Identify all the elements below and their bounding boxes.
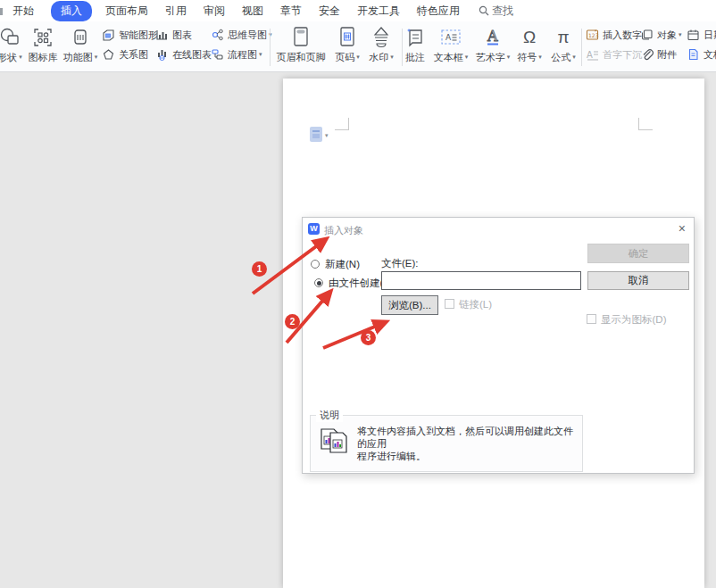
radio-create-new[interactable] xyxy=(311,260,320,269)
annotation-step-2: 2 xyxy=(285,314,300,329)
insert-number-button[interactable]: 123 插入数字 xyxy=(586,25,642,45)
chevron-down-icon: ▾ xyxy=(465,54,469,60)
date-label: 日期 xyxy=(704,29,716,42)
drop-cap-button[interactable]: A 首字下沉 xyxy=(586,45,642,64)
online-chart-label: 在线图表 xyxy=(172,48,212,62)
object-button[interactable]: 对象▾ xyxy=(640,25,682,45)
tab-special-apps[interactable]: 特色应用 xyxy=(417,4,460,19)
description-group-title: 说明 xyxy=(316,409,343,422)
close-icon[interactable]: × xyxy=(679,222,686,235)
relation-diagram-label: 关系图 xyxy=(119,48,148,62)
find-button[interactable]: 查找 xyxy=(479,4,513,19)
pi-icon: π xyxy=(557,29,569,46)
drop-cap-label: 首字下沉 xyxy=(603,48,642,62)
ribbon-toolbar: 形状▾ 图标库 功能图▾ 智能图形 关系图 图表 xyxy=(0,21,716,72)
link-checkbox[interactable] xyxy=(445,299,454,309)
tab-view[interactable]: 视图 xyxy=(242,4,263,19)
ok-button[interactable]: 确定 xyxy=(587,244,689,263)
drop-cap-icon: A xyxy=(586,48,599,61)
watermark-button[interactable]: 水印▾ xyxy=(362,24,400,69)
chevron-down-icon: ▾ xyxy=(538,54,542,60)
symbol-button[interactable]: Ω 符号▾ xyxy=(512,24,546,69)
display-as-icon-checkbox[interactable] xyxy=(587,314,596,324)
radio-create-new-label[interactable]: 新建(N) xyxy=(325,258,360,271)
tab-references[interactable]: 引用 xyxy=(165,4,187,19)
ribbon-separator xyxy=(581,29,582,66)
tab-section[interactable]: 章节 xyxy=(280,4,302,19)
chevron-down-icon: ▾ xyxy=(19,54,22,60)
word-art-button[interactable]: A 艺术字▾ xyxy=(473,24,512,69)
function-diagram-icon xyxy=(70,27,91,48)
formula-label: 公式 xyxy=(551,52,570,62)
shapes-icon xyxy=(0,27,21,48)
browse-button[interactable]: 浏览(B)... xyxy=(381,295,438,315)
icon-library-label: 图标库 xyxy=(29,52,58,62)
header-footer-button[interactable]: 页眉和页脚 xyxy=(273,24,329,69)
doc-part-button[interactable]: 文档 xyxy=(687,45,716,64)
flowchart-button[interactable]: 流程图▾ xyxy=(211,45,272,64)
omega-icon: Ω xyxy=(523,29,536,46)
paperclip-icon xyxy=(640,48,654,61)
object-icon xyxy=(640,29,654,41)
date-button[interactable]: 日期 xyxy=(687,25,716,45)
attachment-label: 附件 xyxy=(657,48,677,62)
annotation-step-1: 1 xyxy=(252,261,267,277)
svg-text:A: A xyxy=(487,28,498,45)
page-number-button[interactable]: 页码▾ xyxy=(329,24,366,69)
chart-button[interactable]: 图表 xyxy=(155,25,212,45)
margin-corner-mark xyxy=(638,118,653,130)
file-field-label: 文件(E): xyxy=(381,257,419,270)
tab-home[interactable]: 开始 xyxy=(12,4,34,19)
header-footer-icon xyxy=(290,26,312,49)
icon-library-icon xyxy=(32,27,54,48)
online-chart-button[interactable]: 在线图表 xyxy=(155,45,212,64)
dialog-title-bar[interactable]: W 插入对象 × xyxy=(303,218,694,241)
tab-security[interactable]: 安全 xyxy=(319,4,340,19)
chart-label: 图表 xyxy=(172,29,192,42)
chevron-down-icon: ▾ xyxy=(679,31,682,38)
radio-create-from-file[interactable] xyxy=(314,278,323,287)
object-label: 对象 xyxy=(657,29,677,42)
chevron-down-icon: ▾ xyxy=(95,54,98,60)
page-number-label: 页码 xyxy=(335,52,354,62)
description-group-box: 说明 将文件内容插入到文档，然后可以调用创建此文件的应用 程序进行编辑。 xyxy=(310,415,583,472)
comment-icon xyxy=(404,27,426,48)
tab-developer[interactable]: 开发工具 xyxy=(357,4,400,19)
mind-map-label: 思维导图 xyxy=(228,29,267,42)
chevron-down-icon: ▾ xyxy=(259,51,262,58)
file-path-input[interactable] xyxy=(381,271,581,290)
svg-text:A: A xyxy=(587,50,593,60)
function-diagram-button[interactable]: 功能图▾ xyxy=(61,24,100,69)
relation-diagram-button[interactable]: 关系图 xyxy=(102,45,158,64)
text-box-button[interactable]: A 文本框▾ xyxy=(430,24,471,69)
insert-number-icon: 123 xyxy=(586,29,599,41)
online-chart-icon xyxy=(155,48,169,61)
dialog-title: 插入对象 xyxy=(324,224,363,237)
link-checkbox-label[interactable]: 链接(L) xyxy=(459,298,492,311)
wps-writer-logo: W xyxy=(308,223,320,235)
chevron-down-icon[interactable]: ▾ xyxy=(325,132,329,139)
tab-insert[interactable]: 插入 xyxy=(51,1,92,21)
shapes-label: 形状 xyxy=(0,52,17,62)
doc-part-label: 文档 xyxy=(704,48,716,62)
embedded-object-placeholder-icon[interactable] xyxy=(310,127,322,142)
smart-art-icon xyxy=(102,29,115,41)
formula-button[interactable]: π 公式▾ xyxy=(546,24,580,69)
flowchart-label: 流程图 xyxy=(228,48,257,62)
tab-review[interactable]: 审阅 xyxy=(204,4,225,19)
mind-map-button[interactable]: 思维导图▾ xyxy=(211,25,272,45)
relation-diagram-icon xyxy=(102,48,115,61)
svg-text:123: 123 xyxy=(588,32,599,38)
attachment-button[interactable]: 附件 xyxy=(640,45,682,64)
cancel-button[interactable]: 取消 xyxy=(587,271,689,290)
icon-library-button[interactable]: 图标库 xyxy=(25,24,61,69)
calendar-icon xyxy=(687,29,700,41)
display-as-icon-label[interactable]: 显示为图标(D) xyxy=(601,313,666,327)
word-art-icon: A xyxy=(482,27,504,48)
find-label: 查找 xyxy=(492,4,513,19)
tab-page-layout[interactable]: 页面布局 xyxy=(105,4,148,19)
comment-button[interactable]: 批注 xyxy=(402,24,429,69)
word-art-label: 艺术字 xyxy=(476,52,505,62)
smart-art-button[interactable]: 智能图形 xyxy=(102,25,158,45)
chevron-down-icon: ▾ xyxy=(572,54,576,60)
